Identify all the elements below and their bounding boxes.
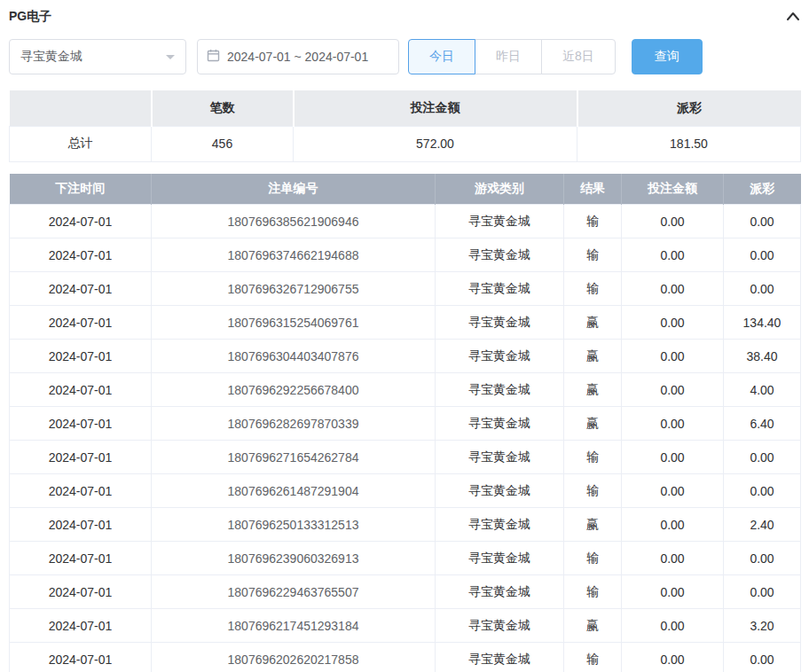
bet-time-cell: 2024-07-01 — [10, 407, 152, 441]
chevron-up-icon — [786, 9, 800, 25]
table-row: 2024-07-011807696261487291904寻宝黄金城输0.000… — [10, 474, 801, 508]
bet-amount-cell: 0.00 — [622, 609, 724, 643]
payout-cell: 2.40 — [724, 508, 801, 542]
date-range-value: 2024-07-01 ~ 2024-07-01 — [227, 50, 368, 64]
order-number-cell: 1807696202620217858 — [152, 643, 436, 672]
table-row: 2024-07-011807696229463765507寻宝黄金城输0.000… — [10, 575, 801, 609]
bet-amount-cell: 0.00 — [622, 373, 724, 407]
collapse-button[interactable] — [786, 9, 800, 25]
order-number-cell: 1807696239060326913 — [152, 542, 436, 575]
result-cell: 输 — [564, 542, 622, 575]
order-number-cell: 1807696250133312513 — [152, 508, 436, 542]
table-row: 2024-07-011807696202620217858寻宝黄金城输0.000… — [10, 643, 801, 672]
bet-amount-cell: 0.00 — [622, 474, 724, 508]
payout-cell: 0.00 — [724, 643, 801, 672]
summary-count-value: 456 — [152, 126, 294, 161]
panel-header: PG电子 — [9, 5, 800, 28]
bet-time-cell: 2024-07-01 — [10, 508, 152, 542]
result-cell: 赢 — [564, 609, 622, 643]
order-number-cell: 1807696385621906946 — [152, 205, 436, 238]
order-number-cell: 1807696271654262784 — [152, 441, 436, 474]
bet-time-cell: 2024-07-01 — [10, 474, 152, 508]
result-cell: 输 — [564, 238, 622, 272]
quick-date-button-group: 今日 昨日 近8日 — [408, 39, 616, 74]
yesterday-button[interactable]: 昨日 — [475, 39, 542, 74]
game-type-cell: 寻宝黄金城 — [436, 205, 564, 238]
order-number-cell: 1807696304403407876 — [152, 340, 436, 373]
game-type-cell: 寻宝黄金城 — [436, 272, 564, 306]
order-number-cell: 1807696282697870339 — [152, 407, 436, 441]
page-title: PG电子 — [9, 9, 51, 25]
order-number-cell: 1807696261487291904 — [152, 474, 436, 508]
payout-cell: 0.00 — [724, 542, 801, 575]
table-row: 2024-07-011807696282697870339寻宝黄金城赢0.006… — [10, 407, 801, 441]
game-type-cell: 寻宝黄金城 — [436, 474, 564, 508]
payout-cell: 38.40 — [724, 340, 801, 373]
game-type-cell: 寻宝黄金城 — [436, 609, 564, 643]
result-cell: 输 — [564, 205, 622, 238]
summary-header-bet-amount: 投注金额 — [294, 90, 577, 126]
bet-table-header-row: 下注时间注单编号游戏类别结果投注金额派彩 — [10, 174, 801, 205]
bet-amount-cell: 0.00 — [622, 643, 724, 672]
order-number-cell: 1807696217451293184 — [152, 609, 436, 643]
result-cell: 输 — [564, 474, 622, 508]
bet-amount-cell: 0.00 — [622, 441, 724, 474]
last-8-days-button[interactable]: 近8日 — [541, 39, 616, 74]
bet-time-cell: 2024-07-01 — [10, 272, 152, 306]
bet-time-cell: 2024-07-01 — [10, 609, 152, 643]
column-header: 注单编号 — [152, 174, 436, 205]
table-row: 2024-07-011807696304403407876寻宝黄金城赢0.003… — [10, 340, 801, 373]
order-number-cell: 1807696374662194688 — [152, 238, 436, 272]
date-range-picker[interactable]: 2024-07-01 ~ 2024-07-01 — [197, 39, 399, 74]
column-header: 派彩 — [724, 174, 801, 205]
game-select[interactable]: 寻宝黄金城 — [9, 39, 186, 74]
bet-time-cell: 2024-07-01 — [10, 373, 152, 407]
filter-bar: 寻宝黄金城 2024-07-01 ~ 2024-07-01 今日 昨日 近8日 … — [9, 39, 800, 74]
payout-cell: 0.00 — [724, 205, 801, 238]
pg-panel: PG电子 寻宝黄金城 2024-07-01 ~ 2024-07-01 今日 昨日… — [0, 0, 809, 672]
bet-records-table: 下注时间注单编号游戏类别结果投注金额派彩 2024-07-01180769638… — [9, 174, 801, 672]
summary-header-count: 笔数 — [152, 90, 294, 126]
bet-time-cell: 2024-07-01 — [10, 575, 152, 609]
game-type-cell: 寻宝黄金城 — [436, 575, 564, 609]
order-number-cell: 1807696326712906755 — [152, 272, 436, 306]
table-row: 2024-07-011807696271654262784寻宝黄金城输0.000… — [10, 441, 801, 474]
table-row: 2024-07-011807696292256678400寻宝黄金城赢0.004… — [10, 373, 801, 407]
bet-amount-cell: 0.00 — [622, 238, 724, 272]
bet-amount-cell: 0.00 — [622, 407, 724, 441]
payout-cell: 6.40 — [724, 407, 801, 441]
payout-cell: 0.00 — [724, 575, 801, 609]
bet-table-body: 2024-07-011807696385621906946寻宝黄金城输0.000… — [10, 205, 801, 672]
payout-cell: 3.20 — [724, 609, 801, 643]
game-type-cell: 寻宝黄金城 — [436, 441, 564, 474]
result-cell: 赢 — [564, 340, 622, 373]
column-header: 下注时间 — [10, 174, 152, 205]
bet-amount-cell: 0.00 — [622, 306, 724, 340]
result-cell: 赢 — [564, 508, 622, 542]
game-select-value: 寻宝黄金城 — [20, 49, 82, 65]
bet-time-cell: 2024-07-01 — [10, 205, 152, 238]
payout-cell: 0.00 — [724, 441, 801, 474]
result-cell: 赢 — [564, 306, 622, 340]
order-number-cell: 1807696229463765507 — [152, 575, 436, 609]
game-type-cell: 寻宝黄金城 — [436, 340, 564, 373]
result-cell: 赢 — [564, 407, 622, 441]
column-header: 结果 — [564, 174, 622, 205]
table-row: 2024-07-011807696250133312513寻宝黄金城赢0.002… — [10, 508, 801, 542]
table-row: 2024-07-011807696217451293184寻宝黄金城赢0.003… — [10, 609, 801, 643]
table-row: 2024-07-011807696326712906755寻宝黄金城输0.000… — [10, 272, 801, 306]
calendar-icon — [207, 49, 220, 65]
table-row: 2024-07-011807696385621906946寻宝黄金城输0.000… — [10, 205, 801, 238]
result-cell: 输 — [564, 643, 622, 672]
search-button[interactable]: 查询 — [632, 39, 703, 74]
today-button[interactable]: 今日 — [408, 39, 475, 74]
order-number-cell: 1807696292256678400 — [152, 373, 436, 407]
game-type-cell: 寻宝黄金城 — [436, 306, 564, 340]
summary-total-label: 总计 — [10, 126, 152, 161]
game-type-cell: 寻宝黄金城 — [436, 407, 564, 441]
payout-cell: 0.00 — [724, 474, 801, 508]
column-header: 投注金额 — [622, 174, 724, 205]
summary-payout-value: 181.50 — [577, 126, 801, 161]
game-type-cell: 寻宝黄金城 — [436, 508, 564, 542]
table-row: 2024-07-011807696239060326913寻宝黄金城输0.000… — [10, 542, 801, 575]
